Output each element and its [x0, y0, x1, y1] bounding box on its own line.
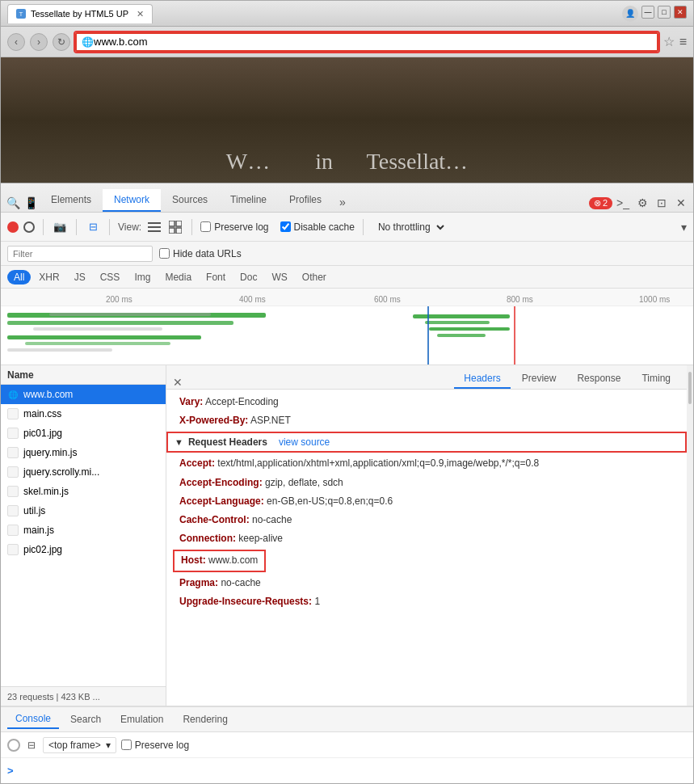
file-item-skelminjs[interactable]: skel.min.js: [1, 482, 166, 501]
view-source-link[interactable]: view source: [279, 436, 330, 448]
file-list-footer: 23 requests | 423 KB ...: [1, 686, 166, 706]
frame-dropdown-icon[interactable]: ▾: [106, 740, 111, 751]
tab-network[interactable]: Network: [103, 189, 161, 212]
forward-button[interactable]: ›: [30, 33, 48, 51]
detail-content: Vary: Accept-Encoding X-Powered-By: ASP.…: [166, 390, 687, 706]
timeline-bar: [429, 327, 510, 331]
svg-rect-4: [176, 221, 182, 226]
tab-sources[interactable]: Sources: [161, 189, 219, 212]
frame-select[interactable]: <top frame> ▾: [43, 737, 116, 753]
browser-tab[interactable]: T Tessellate by HTML5 UP ✕: [7, 4, 153, 23]
console-tab-emulation[interactable]: Emulation: [112, 710, 171, 728]
throttle-select[interactable]: No throttling: [372, 219, 447, 235]
grid-view-icon[interactable]: [167, 219, 183, 235]
throttle-dropdown-icon[interactable]: ▾: [681, 221, 687, 234]
url-bar[interactable]: 🌐 www.b.com: [75, 32, 658, 52]
dom-content-line: [427, 306, 429, 365]
file-item-pic02jpg[interactable]: pic02.jpg: [1, 540, 166, 559]
menu-icon[interactable]: ≡: [679, 35, 687, 49]
console-filter-icon[interactable]: ⊟: [25, 739, 38, 752]
console-tab-console[interactable]: Console: [7, 710, 59, 729]
ruler-600ms: 600 ms: [374, 289, 401, 306]
type-filters-bar: All XHR JS CSS Img Media Font Doc WS Oth…: [1, 266, 693, 289]
settings-icon[interactable]: ⚙: [633, 194, 651, 212]
bookmark-icon[interactable]: ☆: [663, 34, 675, 49]
svg-rect-2: [148, 230, 161, 232]
tab-timeline[interactable]: Timeline: [219, 189, 278, 212]
file-item-mainjs[interactable]: main.js: [1, 521, 166, 540]
js-file-icon: [7, 486, 19, 497]
file-item-pic01jpg[interactable]: pic01.jpg: [1, 424, 166, 443]
console-preserve-log-label[interactable]: Preserve log: [121, 740, 189, 751]
type-btn-all[interactable]: All: [7, 270, 31, 285]
type-btn-media[interactable]: Media: [158, 270, 198, 285]
camera-icon[interactable]: 📷: [52, 219, 68, 235]
console-preserve-log-checkbox[interactable]: [121, 740, 132, 750]
console-tab-rendering[interactable]: Rendering: [175, 710, 235, 728]
console-input[interactable]: [17, 765, 687, 777]
detail-tab-bar: ✕ Headers Preview Response Timing: [166, 365, 687, 390]
console-block-icon[interactable]: [7, 739, 20, 752]
detail-scrollbar[interactable]: [687, 365, 693, 706]
file-item-utiljs[interactable]: util.js: [1, 501, 166, 521]
mobile-icon[interactable]: 📱: [22, 194, 40, 212]
tab-profiles[interactable]: Profiles: [278, 189, 333, 212]
detail-tab-response[interactable]: Response: [567, 369, 630, 389]
reload-button[interactable]: ↻: [53, 33, 70, 51]
file-list-items[interactable]: 🌐 www.b.com main.css pic01.jpg jquery.mi…: [1, 385, 166, 686]
type-btn-doc[interactable]: Doc: [233, 270, 263, 285]
request-headers-section[interactable]: ▼ Request Headers view source: [166, 432, 687, 453]
scrollbar-thumb[interactable]: [688, 372, 692, 404]
timeline-bar: [425, 321, 490, 324]
stop-button[interactable]: [23, 221, 35, 233]
maximize-button[interactable]: □: [658, 6, 671, 19]
disable-cache-label[interactable]: Disable cache: [280, 221, 355, 233]
console-icon[interactable]: >_: [614, 194, 632, 212]
list-view-icon[interactable]: [146, 219, 162, 235]
console-tab-search[interactable]: Search: [62, 710, 109, 728]
type-btn-css[interactable]: CSS: [94, 270, 127, 285]
disable-cache-checkbox[interactable]: [280, 221, 291, 232]
url-favicon-icon: 🌐: [82, 36, 94, 48]
more-tabs-icon[interactable]: »: [333, 192, 352, 212]
file-item-maincss[interactable]: main.css: [1, 404, 166, 424]
minimize-button[interactable]: —: [641, 6, 654, 19]
user-icon: 👤: [622, 6, 638, 22]
js-file-icon: [7, 466, 19, 478]
type-btn-xhr[interactable]: XHR: [32, 270, 65, 285]
filter-icon[interactable]: ⊟: [85, 219, 101, 235]
address-bar: ‹ › ↻ 🌐 www.b.com ☆ ≡: [1, 27, 693, 57]
tab-close-btn[interactable]: ✕: [137, 9, 144, 19]
search-icon[interactable]: 🔍: [4, 194, 22, 212]
type-btn-other[interactable]: Other: [296, 270, 333, 285]
preserve-log-label[interactable]: Preserve log: [200, 221, 268, 233]
dock-icon[interactable]: ⊡: [653, 194, 671, 212]
file-item-wwwbcom[interactable]: 🌐 www.b.com: [1, 385, 166, 404]
hide-urls-checkbox[interactable]: [159, 248, 170, 259]
type-btn-font[interactable]: Font: [200, 270, 232, 285]
close-button[interactable]: ✕: [674, 6, 687, 19]
file-item-jqueryminjs[interactable]: jquery.min.js: [1, 443, 166, 462]
detail-tab-timing[interactable]: Timing: [632, 369, 680, 389]
timeline-bar: [7, 321, 233, 325]
record-button[interactable]: [7, 221, 19, 233]
file-name: main.js: [23, 525, 54, 536]
close-devtools-icon[interactable]: ✕: [672, 194, 690, 212]
type-btn-img[interactable]: Img: [128, 270, 157, 285]
header-accept-encoding: Accept-Encoding: gzip, deflate, sdch: [166, 474, 687, 492]
preserve-log-checkbox[interactable]: [200, 221, 211, 232]
url-text[interactable]: www.b.com: [94, 36, 147, 48]
hide-urls-label[interactable]: Hide data URLs: [159, 248, 242, 259]
detail-close-btn[interactable]: ✕: [173, 376, 183, 389]
tab-elements[interactable]: Elements: [40, 189, 103, 212]
file-item-jqueryscrolly[interactable]: jquery.scrolly.mi...: [1, 462, 166, 482]
file-name: www.b.com: [23, 389, 73, 400]
detail-tab-preview[interactable]: Preview: [512, 369, 566, 389]
detail-tab-headers[interactable]: Headers: [454, 369, 510, 389]
back-button[interactable]: ‹: [7, 33, 25, 51]
type-btn-ws[interactable]: WS: [265, 270, 293, 285]
svg-rect-1: [148, 226, 161, 228]
js-file-icon: [7, 525, 19, 536]
filter-input[interactable]: [7, 246, 153, 262]
type-btn-js[interactable]: JS: [68, 270, 92, 285]
